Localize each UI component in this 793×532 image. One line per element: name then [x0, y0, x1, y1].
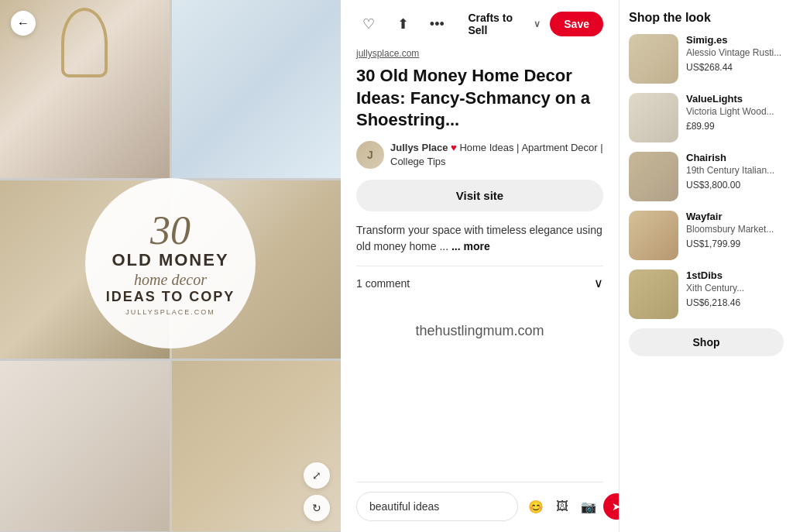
comment-input-area: 😊 🖼 📷 ➤ — [356, 482, 603, 521]
shop-item-5[interactable]: 1stDibs Xith Century... US$6,218.46 — [629, 269, 784, 319]
expand-icon: ⤢ — [312, 469, 321, 482]
overlay-line2: home decor — [134, 270, 207, 289]
website-attribution: thehustlingmum.com — [356, 323, 603, 458]
collage-top-right — [172, 0, 342, 178]
shop-title: Shop the look — [629, 11, 784, 25]
send-icon: ➤ — [612, 500, 620, 513]
overlay-number: 30 — [150, 211, 191, 251]
shop-thumb-5 — [629, 269, 678, 319]
save-button[interactable]: Save — [550, 12, 603, 36]
author-info: Jullys Place ♥ Home Ideas | Apartment De… — [390, 141, 603, 169]
more-icon: ••• — [430, 16, 445, 33]
shop-product-2: Victoria Light Wood... — [686, 106, 784, 118]
shop-price-3: US$3,800.00 — [686, 180, 784, 190]
shop-price-2: £89.99 — [686, 121, 784, 132]
shop-thumb-4 — [629, 211, 678, 260]
share-icon: ⬆ — [397, 15, 409, 33]
image-icon: 🖼 — [556, 499, 568, 513]
shop-store-1: Simig.es — [686, 34, 784, 46]
shop-price-5: US$6,218.46 — [686, 297, 784, 308]
shop-item-1[interactable]: Simig.es Alessio Vintage Rusti... US$268… — [629, 34, 784, 84]
shop-store-4: Wayfair — [686, 211, 784, 222]
shop-button[interactable]: Shop — [629, 328, 784, 356]
comments-chevron-icon: ∨ — [594, 276, 603, 290]
more-link[interactable]: ... more — [451, 240, 490, 252]
shop-store-3: Chairish — [686, 152, 784, 163]
board-selector[interactable]: Crafts to Sell ∨ — [468, 12, 541, 36]
shop-info-1: Simig.es Alessio Vintage Rusti... US$268… — [686, 34, 784, 73]
overlay-line3: IDEAS TO COPY — [106, 289, 235, 305]
image-text-overlay: 30 OLD MONEY home decor IDEAS TO COPY JU… — [85, 178, 256, 348]
pin-image-panel: ← 30 OLD MONEY home decor IDEAS TO COPY … — [0, 0, 341, 532]
shop-product-3: 19th Century Italian... — [686, 165, 784, 177]
shop-info-5: 1stDibs Xith Century... US$6,218.46 — [686, 269, 784, 308]
rotate-icon: ↻ — [312, 502, 321, 514]
rotate-button[interactable]: ↻ — [304, 495, 330, 521]
share-button[interactable]: ⬆ — [390, 11, 415, 37]
back-button[interactable]: ← — [11, 11, 36, 36]
emoji-button[interactable]: 😊 — [524, 495, 548, 518]
shop-item-4[interactable]: Wayfair Bloomsbury Market... US$1,799.99 — [629, 211, 784, 260]
comments-count: 1 comment — [356, 277, 410, 290]
shop-info-2: ValueLights Victoria Light Wood... £89.9… — [686, 93, 784, 132]
shop-store-5: 1stDibs — [686, 269, 784, 281]
pin-description: Transform your space with timeless elega… — [356, 222, 603, 255]
camera-button[interactable]: 📷 — [577, 495, 600, 518]
collage-bot-left — [0, 361, 170, 531]
comments-row[interactable]: 1 comment ∨ — [356, 266, 603, 300]
shop-price-4: US$1,799.99 — [686, 239, 784, 249]
expand-button[interactable]: ⤢ — [304, 462, 330, 489]
shop-store-2: ValueLights — [686, 93, 784, 105]
author-name[interactable]: Jullys Place — [390, 142, 448, 153]
heart-icon: ♡ — [362, 15, 375, 33]
shop-thumb-3 — [629, 152, 678, 201]
board-chevron-icon: ∨ — [534, 19, 541, 29]
shop-price-1: US$268.44 — [686, 62, 784, 73]
camera-icon: 📷 — [581, 499, 596, 514]
shop-item-3[interactable]: Chairish 19th Century Italian... US$3,80… — [629, 152, 784, 201]
image-button[interactable]: 🖼 — [551, 495, 574, 518]
visit-site-button[interactable]: Visit site — [356, 180, 603, 211]
send-button[interactable]: ➤ — [603, 493, 620, 520]
shop-info-3: Chairish 19th Century Italian... US$3,80… — [686, 152, 784, 190]
like-button[interactable]: ♡ — [356, 11, 381, 37]
overlay-line1: OLD MONEY — [112, 251, 228, 269]
shop-info-4: Wayfair Bloomsbury Market... US$1,799.99 — [686, 211, 784, 249]
mirror-decoration — [61, 8, 108, 77]
author-heart-icon: ♥ — [451, 142, 459, 153]
shop-thumb-2 — [629, 93, 678, 142]
overlay-website: JULLYSPLACE.COM — [125, 308, 215, 316]
back-icon: ← — [17, 16, 29, 30]
comment-icons: 😊 🖼 📷 ➤ — [524, 493, 620, 520]
shop-panel: Shop the look Simig.es Alessio Vintage R… — [620, 0, 793, 532]
shop-thumb-1 — [629, 34, 678, 84]
shop-product-5: Xith Century... — [686, 283, 784, 295]
shop-product-4: Bloomsbury Market... — [686, 224, 784, 236]
more-button[interactable]: ••• — [424, 11, 449, 37]
author-row: J Jullys Place ♥ Home Ideas | Apartment … — [356, 141, 603, 169]
pin-detail-panel: ♡ ⬆ ••• Crafts to Sell ∨ Save jullysplac… — [341, 0, 620, 532]
pin-toolbar: ♡ ⬆ ••• Crafts to Sell ∨ Save — [356, 11, 603, 37]
shop-item-2[interactable]: ValueLights Victoria Light Wood... £89.9… — [629, 93, 784, 142]
shop-product-1: Alessio Vintage Rusti... — [686, 47, 784, 60]
emoji-icon: 😊 — [528, 499, 544, 514]
board-name: Crafts to Sell — [468, 12, 530, 36]
pin-title: 30 Old Money Home Decor Ideas: Fancy-Sch… — [356, 65, 603, 132]
author-avatar[interactable]: J — [356, 141, 384, 169]
comment-input[interactable] — [356, 492, 518, 521]
image-actions: ⤢ ↻ — [304, 462, 330, 521]
pin-source-url[interactable]: jullysplace.com — [356, 48, 603, 59]
